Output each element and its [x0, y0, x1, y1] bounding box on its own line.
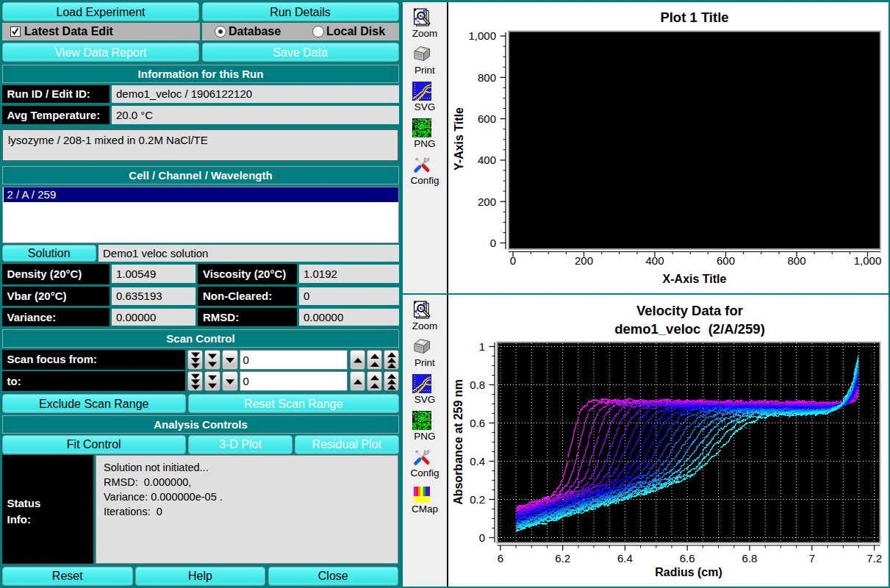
- svg-text:600: 600: [717, 254, 735, 267]
- svg-text:0: 0: [510, 254, 516, 267]
- svg-text:0.4: 0.4: [470, 454, 485, 467]
- svg-text:6: 6: [498, 551, 503, 564]
- svg-text:Plot 1 Title: Plot 1 Title: [660, 10, 728, 25]
- svg-text:0: 0: [479, 531, 485, 543]
- svg-text:Radius (cm): Radius (cm): [655, 565, 722, 578]
- svg-text:0.8: 0.8: [470, 378, 485, 390]
- svg-text:7: 7: [809, 551, 815, 564]
- svg-text:200: 200: [478, 195, 496, 207]
- svg-text:1,000: 1,000: [854, 254, 882, 267]
- svg-text:800: 800: [478, 71, 496, 83]
- svg-text:400: 400: [645, 254, 664, 267]
- svg-text:1,000: 1,000: [468, 29, 496, 42]
- svg-text:6.6: 6.6: [680, 551, 695, 564]
- svg-text:0.6: 0.6: [470, 416, 485, 429]
- svg-text:7.2: 7.2: [866, 551, 882, 564]
- svg-text:400: 400: [478, 154, 496, 166]
- svg-text:6.4: 6.4: [617, 551, 633, 564]
- svg-text:0.2: 0.2: [470, 492, 485, 505]
- svg-text:200: 200: [575, 254, 593, 267]
- svg-text:Absorbance at 259 nm: Absorbance at 259 nm: [452, 379, 464, 505]
- svg-text:800: 800: [787, 254, 805, 267]
- svg-text:Velocity Data for: Velocity Data for: [636, 303, 743, 318]
- svg-text:0: 0: [490, 236, 496, 248]
- svg-text:600: 600: [478, 112, 496, 124]
- svg-text:demo1_veloc (2/A/259): demo1_veloc (2/A/259): [614, 321, 765, 337]
- svg-text:6.8: 6.8: [742, 551, 758, 564]
- svg-text:6.2: 6.2: [555, 551, 570, 564]
- svg-text:X-Axis Title: X-Axis Title: [663, 273, 727, 285]
- svg-text:1: 1: [479, 340, 485, 352]
- svg-text:Y-Axis Title: Y-Axis Title: [453, 107, 465, 170]
